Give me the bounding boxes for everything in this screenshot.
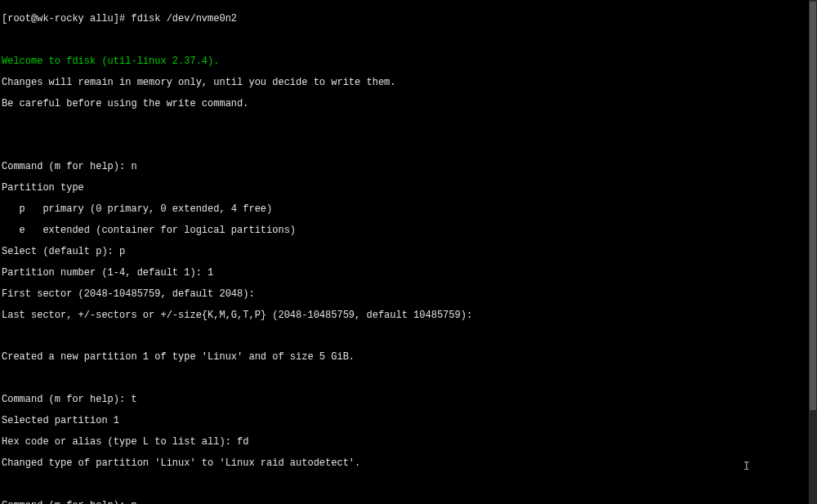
scrollbar-thumb[interactable] xyxy=(810,2,816,410)
blank-line xyxy=(2,35,815,46)
output-line: Partition type xyxy=(2,183,815,194)
welcome-line: Welcome to fdisk (util-linux 2.37.4). xyxy=(2,56,815,67)
output-line: First sector (2048-10485759, default 204… xyxy=(2,289,815,300)
scrollbar-track[interactable] xyxy=(809,0,817,504)
output-line: Partition number (1-4, default 1): 1 xyxy=(2,268,815,279)
blank-line xyxy=(2,373,815,384)
output-line: Last sector, +/-sectors or +/-size{K,M,G… xyxy=(2,310,815,321)
intro-line: Changes will remain in memory only, unti… xyxy=(2,78,815,88)
output-line: e extended (container for logical partit… xyxy=(2,225,815,236)
output-line: Changed type of partition 'Linux' to 'Li… xyxy=(2,458,815,469)
output-line: Selected partition 1 xyxy=(2,416,815,426)
intro-line: Be careful before using the write comman… xyxy=(2,99,815,109)
blank-line xyxy=(2,140,815,151)
output-line: p primary (0 primary, 0 extended, 4 free… xyxy=(2,204,815,215)
command-line: Command (m for help): t xyxy=(2,395,815,405)
blank-line xyxy=(2,332,815,342)
command-line: Command (m for help): p xyxy=(2,501,815,504)
blank-line xyxy=(2,479,815,490)
output-line: Created a new partition 1 of type 'Linux… xyxy=(2,352,815,363)
output-line: Hex code or alias (type L to list all): … xyxy=(2,437,815,448)
blank-line xyxy=(2,119,815,130)
output-line: Select (default p): p xyxy=(2,247,815,257)
prompt-line: [root@wk-rocky allu]# fdisk /dev/nvme0n2 xyxy=(2,14,815,25)
terminal-output[interactable]: [root@wk-rocky allu]# fdisk /dev/nvme0n2… xyxy=(0,0,817,504)
command-line: Command (m for help): n xyxy=(2,162,815,172)
